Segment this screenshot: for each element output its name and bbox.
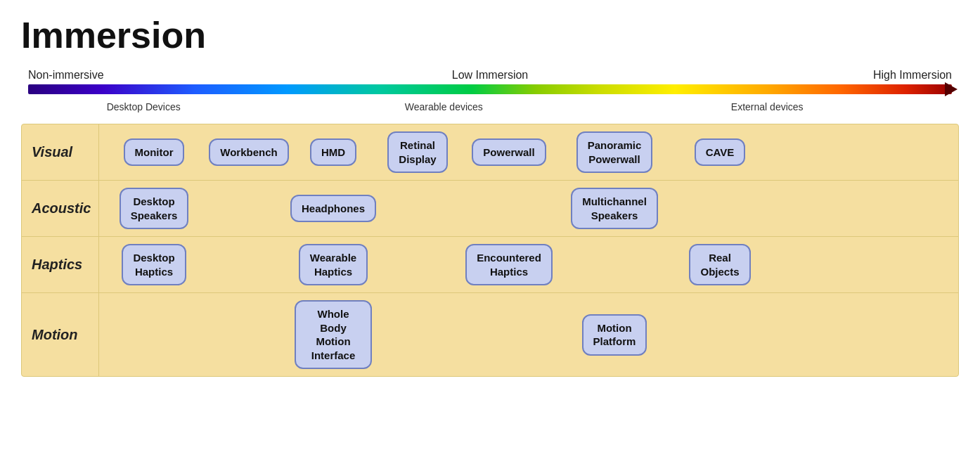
col-visual-desktop1: Monitor xyxy=(105,138,203,167)
row-haptics: Haptics DesktopHaptics WearableHaptics E… xyxy=(22,237,958,293)
device-cave: CAVE xyxy=(695,138,746,167)
col-visual-wearable1: HMD xyxy=(295,138,372,167)
row-motion: Motion Whole BodyMotion Interface Motion… xyxy=(22,293,958,376)
device-label-desktop: Desktop Devices xyxy=(28,101,259,112)
device-panoramic-powerwall: PanoramicPowerwall xyxy=(576,131,653,173)
device-whole-body-motion: Whole BodyMotion Interface xyxy=(295,300,372,369)
arrow-tip xyxy=(945,82,958,96)
device-motion-platform: MotionPlatform xyxy=(582,314,647,356)
col-acoustic-high2: MultichannelSpeakers xyxy=(555,188,674,229)
gradient-bar-container xyxy=(28,84,952,97)
device-labels: Desktop Devices Wearable devices Externa… xyxy=(28,101,952,112)
row-label-visual: Visual xyxy=(22,124,99,180)
row-content-motion: Whole BodyMotion Interface MotionPlatfor… xyxy=(99,293,958,376)
scale-label-right: High Immersion xyxy=(644,69,952,82)
device-hmd: HMD xyxy=(310,138,356,167)
row-content-haptics: DesktopHaptics WearableHaptics Encounter… xyxy=(99,237,958,292)
col-haptics-high1: EncounteredHaptics xyxy=(463,244,555,285)
col-acoustic-wearable1: Headphones xyxy=(295,195,372,223)
col-haptics-high3: RealObjects xyxy=(674,244,766,285)
col-haptics-desktop1: DesktopHaptics xyxy=(105,244,203,285)
col-visual-high1: Powerwall xyxy=(463,138,555,167)
device-label-wearable: Wearable devices xyxy=(305,101,582,112)
grid-table: Visual Monitor Workbench HMD RetinalDisp… xyxy=(21,124,959,377)
scale-label-center: Low Immersion xyxy=(336,69,644,82)
col-haptics-wearable1: WearableHaptics xyxy=(295,244,372,285)
col-visual-high3: CAVE xyxy=(674,138,766,167)
page-title: Immersion xyxy=(21,14,959,56)
immersion-scale: Non-immersive Low Immersion High Immersi… xyxy=(21,69,959,117)
device-desktop-haptics: DesktopHaptics xyxy=(122,244,186,285)
col-motion-high2: MotionPlatform xyxy=(555,314,674,356)
row-content-acoustic: DesktopSpeakers Headphones MultichannelS… xyxy=(99,181,958,236)
scale-label-left: Non-immersive xyxy=(28,69,336,82)
device-multichannel-speakers: MultichannelSpeakers xyxy=(571,188,658,229)
device-headphones: Headphones xyxy=(290,195,376,223)
row-label-haptics: Haptics xyxy=(22,237,99,292)
device-workbench: Workbench xyxy=(209,138,288,167)
device-wearable-haptics: WearableHaptics xyxy=(299,244,368,285)
device-real-objects: RealObjects xyxy=(689,244,750,285)
row-label-motion: Motion xyxy=(22,293,99,376)
row-content-visual: Monitor Workbench HMD RetinalDisplay Pow… xyxy=(99,124,958,180)
device-powerwall: Powerwall xyxy=(472,138,546,167)
col-visual-wearable2: RetinalDisplay xyxy=(372,131,463,173)
gradient-bar xyxy=(28,84,952,94)
row-label-acoustic: Acoustic xyxy=(22,181,99,236)
device-desktop-speakers: DesktopSpeakers xyxy=(120,188,189,229)
scale-labels: Non-immersive Low Immersion High Immersi… xyxy=(21,69,959,82)
col-visual-high2: PanoramicPowerwall xyxy=(555,131,674,173)
device-encountered-haptics: EncounteredHaptics xyxy=(465,244,553,285)
col-acoustic-desktop1: DesktopSpeakers xyxy=(105,188,203,229)
device-retinal-display: RetinalDisplay xyxy=(387,131,447,173)
device-monitor: Monitor xyxy=(124,138,185,167)
row-acoustic: Acoustic DesktopSpeakers Headphones Mult… xyxy=(22,181,958,237)
row-visual: Visual Monitor Workbench HMD RetinalDisp… xyxy=(22,124,958,181)
col-visual-desktop2: Workbench xyxy=(203,138,295,167)
device-label-external: External devices xyxy=(628,101,905,112)
col-motion-wearable1: Whole BodyMotion Interface xyxy=(295,300,372,369)
